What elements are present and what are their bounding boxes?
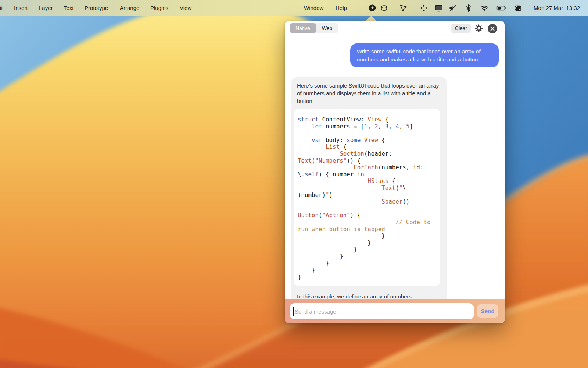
chat-scroll-area[interactable]: Write some swiftui code that loops over … <box>285 36 505 299</box>
text-caret <box>293 307 294 316</box>
code-line: (number)") <box>298 192 436 199</box>
menu-item-help[interactable]: Help <box>336 0 347 16</box>
bluetooth-icon[interactable] <box>464 4 473 13</box>
code-line: run when button is tapped <box>298 226 436 233</box>
code-line: Text("\ <box>298 185 436 192</box>
menu-item-view[interactable]: View <box>180 0 191 16</box>
menu-item-layer[interactable]: Layer <box>39 0 53 16</box>
native-web-segmented-control: NativeWeb <box>290 23 338 33</box>
tab-web[interactable]: Web <box>316 23 338 33</box>
code-line: Spacer() <box>298 198 436 205</box>
code-line: } <box>298 233 436 240</box>
send-button[interactable]: Send <box>477 304 498 318</box>
code-line: ForEach(numbers, id: <box>298 164 436 171</box>
code-line: List { <box>298 144 436 151</box>
code-line: Section(header: <box>298 151 436 158</box>
code-line: \.self) { number in <box>298 171 436 178</box>
chat-popover: NativeWeb Clear Write some swiftui code … <box>285 21 505 323</box>
user-message-bubble: Write some swiftui code that loops over … <box>350 43 499 67</box>
menu-item-window[interactable]: Window <box>304 0 323 16</box>
code-line: } <box>298 246 436 253</box>
composer-bar: Send <box>285 299 505 323</box>
close-icon[interactable] <box>488 24 497 33</box>
message-input[interactable] <box>290 303 474 319</box>
popover-arrow <box>366 16 377 21</box>
menu-item-plugins[interactable]: Plugins <box>150 0 168 16</box>
menu-item-text[interactable]: Text <box>64 0 74 16</box>
display-icon[interactable] <box>434 4 443 13</box>
code-line: struct ContentView: View { <box>298 116 436 123</box>
apps-diamonds-icon[interactable] <box>419 4 428 13</box>
code-line: } <box>298 253 436 260</box>
mute-icon[interactable] <box>448 4 457 13</box>
control-center-icon[interactable] <box>514 4 523 13</box>
code-line: let numbers = [1, 2, 3, 4, 5] <box>298 123 436 130</box>
menu-item-arrange[interactable]: Arrange <box>120 0 139 16</box>
code-block: struct ContentView: View { let numbers =… <box>294 109 440 286</box>
code-line: } <box>298 274 436 281</box>
code-line: HStack { <box>298 178 436 185</box>
assistant-message-bubble: Here's some sample SwiftUI code that loo… <box>291 77 447 299</box>
battery-icon[interactable] <box>496 4 507 13</box>
send-cursor-icon[interactable] <box>399 4 408 13</box>
menu-item-it[interactable]: it <box>0 0 3 16</box>
menu-bar: itInsertLayerTextPrototypeArrangePlugins… <box>0 0 588 16</box>
code-line: Button("Action") { <box>298 212 436 219</box>
code-line: Text("Numbers")) { <box>298 158 436 164</box>
menu-item-prototype[interactable]: Prototype <box>85 0 108 16</box>
gear-icon[interactable] <box>475 24 483 32</box>
menubar-clock[interactable]: Mon 27 Mar 13:32 <box>534 0 580 16</box>
code-line: var body: some View { <box>298 137 436 144</box>
code-line: // Code to <box>298 219 436 226</box>
code-line: } <box>298 267 436 274</box>
code-line <box>298 205 436 212</box>
chat-app-icon[interactable] <box>368 4 377 13</box>
clear-button[interactable]: Clear <box>451 24 471 33</box>
tab-native[interactable]: Native <box>290 23 316 33</box>
code-line: } <box>298 260 436 267</box>
assistant-outro-text: In this example, we define an array of n… <box>297 293 441 299</box>
database-icon[interactable] <box>380 4 388 13</box>
menu-item-insert[interactable]: Insert <box>14 0 28 16</box>
wifi-icon[interactable] <box>480 4 489 13</box>
code-line: } <box>298 240 436 247</box>
code-line <box>298 130 436 137</box>
assistant-intro-text: Here's some sample SwiftUI code that loo… <box>297 82 441 105</box>
